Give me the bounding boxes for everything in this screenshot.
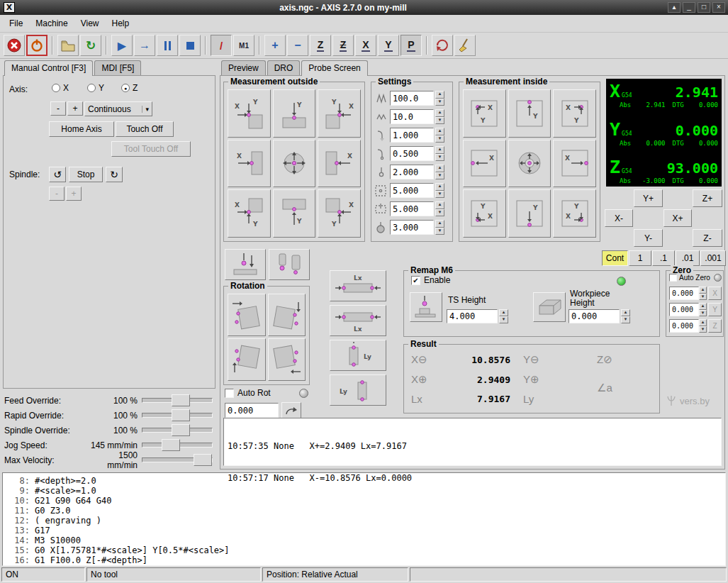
home-axis-button[interactable]: Home Axis: [49, 121, 114, 137]
zero-y-button[interactable]: Y: [708, 303, 722, 316]
probe-inside-xm-button[interactable]: X: [553, 140, 596, 188]
jog-y-plus-button[interactable]: Y+: [634, 189, 663, 207]
menu-machine[interactable]: Machine: [29, 16, 74, 31]
jog-minus-button[interactable]: -: [50, 101, 66, 116]
view-y-button[interactable]: Y: [378, 35, 399, 56]
increment-cont-button[interactable]: Cont: [602, 250, 628, 266]
setting-spin-2[interactable]: ▲▼: [435, 128, 444, 143]
pause-button[interactable]: [157, 35, 178, 56]
increment-1-button[interactable]: 1: [629, 250, 651, 266]
probe-outside-yp-button[interactable]: Y: [273, 89, 316, 138]
probe-inside-xp-button[interactable]: X: [463, 140, 506, 188]
probe-inside-xp-yp-button[interactable]: XY: [463, 89, 506, 138]
increment-001-button[interactable]: .01: [676, 250, 700, 266]
spindle-stop-button[interactable]: Stop: [69, 167, 103, 182]
rotate-view-button[interactable]: [432, 35, 453, 56]
view-x-button[interactable]: X: [355, 35, 376, 56]
zero-y-input[interactable]: 0.000: [669, 303, 699, 316]
jog-y-minus-button[interactable]: Y-: [634, 229, 663, 247]
jog-plus-button[interactable]: +: [67, 101, 83, 116]
minimize-button[interactable]: _: [683, 2, 695, 13]
probe-inside-yp-button[interactable]: Y: [508, 89, 551, 138]
optional-stop-button[interactable]: M1: [233, 35, 254, 56]
zero-z-button[interactable]: Z: [708, 319, 722, 333]
zoom-in-button[interactable]: +: [264, 35, 286, 56]
setting-entry-7[interactable]: 3.000: [390, 220, 434, 235]
view-perspective-button[interactable]: P: [401, 35, 422, 56]
tool-length-sensor-button[interactable]: [269, 249, 310, 280]
probe-inside-center-button[interactable]: [508, 140, 551, 188]
tab-probe-screen[interactable]: Probe Screen: [301, 60, 367, 76]
remap-enable-checkbox[interactable]: ✔: [411, 276, 420, 285]
reload-button[interactable]: ↻: [80, 35, 101, 56]
probe-down-button[interactable]: [225, 249, 266, 280]
probe-length-x-down-button[interactable]: Lx: [330, 305, 386, 336]
workpiece-height-input[interactable]: 0.000: [569, 309, 620, 323]
probe-inside-xm-ym-button[interactable]: XY: [553, 189, 596, 238]
probe-rotation-right-button[interactable]: [268, 294, 306, 336]
tab-dro[interactable]: DRO: [267, 60, 301, 75]
probe-inside-xp-ym-button[interactable]: XY: [463, 189, 506, 238]
touch-off-button[interactable]: Touch Off: [116, 121, 174, 137]
auto-rot-checkbox[interactable]: [225, 389, 234, 398]
probe-outside-center-button[interactable]: [273, 140, 316, 188]
spindle-ccw-button[interactable]: ↺: [49, 167, 66, 182]
auto-zero-checkbox[interactable]: [669, 274, 677, 282]
workpiece-height-probe-button[interactable]: [533, 292, 566, 322]
estop-button[interactable]: [4, 35, 25, 56]
maximize-button[interactable]: □: [698, 2, 710, 13]
probe-outside-ym-button[interactable]: Y: [273, 189, 316, 238]
probe-length-y-right-button[interactable]: Ly: [330, 374, 386, 406]
probe-rotation-bottom-button[interactable]: [268, 338, 306, 381]
axis-radio-y[interactable]: Y: [87, 83, 104, 93]
setting-entry-4[interactable]: 2.000: [390, 165, 434, 179]
tab-mdi[interactable]: MDI [F5]: [94, 60, 141, 75]
setting-spin-4[interactable]: ▲▼: [435, 165, 444, 179]
probe-outside-xp-yp-button[interactable]: XY: [228, 89, 271, 138]
max-velocity-slider[interactable]: [142, 454, 213, 466]
probe-inside-ym-button[interactable]: Y: [508, 189, 551, 238]
setting-spin-0[interactable]: ▲▼: [435, 91, 444, 106]
jog-speed-slider[interactable]: [142, 439, 213, 451]
setting-entry-5[interactable]: 5.000: [390, 183, 434, 198]
axis-radio-x[interactable]: X: [52, 83, 69, 93]
block-delete-button[interactable]: /: [211, 35, 232, 56]
feed-override-slider[interactable]: [142, 394, 213, 406]
probe-outside-xp-button[interactable]: X: [228, 140, 271, 188]
tab-manual-control[interactable]: Manual Control [F3]: [4, 60, 93, 76]
probe-rotation-left-button[interactable]: [228, 338, 266, 381]
rapid-override-slider[interactable]: [142, 409, 213, 421]
jog-z-plus-button[interactable]: Z+: [693, 189, 722, 207]
run-button[interactable]: ▶: [111, 35, 133, 56]
probe-log[interactable]: 10:57:35 None X+=2.9409 Lx=7.9167 10:57:…: [223, 418, 722, 466]
zero-z-spin[interactable]: ▲▼: [699, 319, 707, 333]
setting-spin-6[interactable]: ▲▼: [435, 201, 444, 216]
step-button[interactable]: →: [134, 35, 155, 56]
spindle-cw-button[interactable]: ↻: [106, 167, 123, 182]
probe-length-x-up-button[interactable]: Lx: [330, 270, 386, 301]
probe-length-y-left-button[interactable]: Ly: [330, 340, 386, 371]
jog-z-minus-button[interactable]: Z-: [693, 229, 722, 247]
setting-spin-1[interactable]: ▲▼: [435, 109, 444, 124]
jog-x-minus-button[interactable]: X-: [605, 209, 633, 227]
increment-01-button[interactable]: .1: [652, 250, 675, 266]
open-file-button[interactable]: [57, 35, 79, 56]
setting-spin-5[interactable]: ▲▼: [435, 183, 444, 198]
setting-spin-7[interactable]: ▲▼: [435, 220, 444, 235]
close-button[interactable]: ×: [712, 2, 725, 13]
zoom-out-button[interactable]: −: [287, 35, 308, 56]
ts-height-probe-button[interactable]: [410, 292, 442, 322]
ts-height-spin[interactable]: ▲▼: [499, 309, 508, 323]
shade-button[interactable]: ▴: [668, 2, 681, 13]
zero-z-input[interactable]: 0.000: [669, 319, 699, 333]
menu-view[interactable]: View: [74, 16, 106, 31]
ts-height-input[interactable]: 4.000: [447, 309, 498, 323]
setting-entry-1[interactable]: 10.0: [390, 109, 434, 124]
menu-file[interactable]: File: [3, 16, 29, 31]
probe-outside-xp-ym-button[interactable]: XY: [228, 189, 271, 238]
jog-x-plus-button[interactable]: X+: [663, 209, 692, 227]
view-z2-button[interactable]: Z: [332, 35, 354, 56]
probe-outside-xm-button[interactable]: X: [318, 140, 361, 188]
setting-entry-2[interactable]: 1.000: [390, 128, 434, 143]
probe-outside-xm-ym-button[interactable]: XY: [318, 189, 361, 238]
